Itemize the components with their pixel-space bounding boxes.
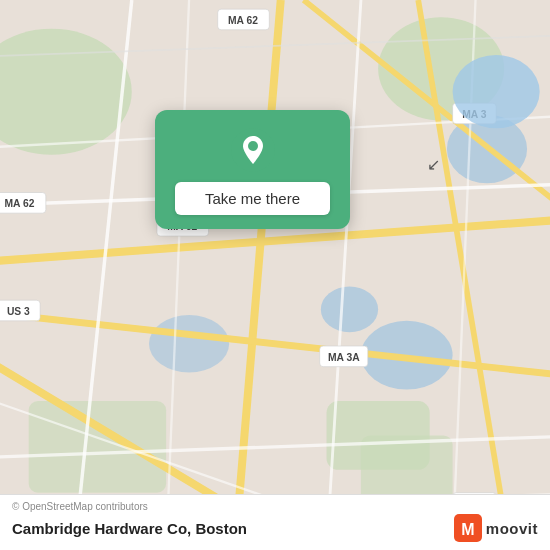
location-card: Take me there: [155, 110, 350, 229]
svg-point-40: [453, 55, 540, 128]
svg-text:MA 62: MA 62: [228, 15, 258, 26]
map-pin-icon: [231, 128, 275, 172]
map-attribution: © OpenStreetMap contributors: [12, 501, 538, 512]
moovit-text: moovit: [486, 520, 538, 537]
place-name: Cambridge Hardware Co, Boston: [12, 520, 247, 537]
svg-text:M: M: [461, 521, 474, 538]
take-me-there-button[interactable]: Take me there: [175, 182, 330, 215]
svg-text:↙: ↙: [427, 155, 440, 173]
bottom-row: Cambridge Hardware Co, Boston M moovit: [12, 514, 538, 542]
moovit-icon: M: [454, 514, 482, 542]
svg-text:MA 3A: MA 3A: [328, 352, 360, 363]
bottom-bar: © OpenStreetMap contributors Cambridge H…: [0, 494, 550, 550]
svg-point-7: [149, 315, 229, 372]
map-container: MA 62 MA 62 MA 62 US 3 MA 3A US 3 MA 3 ↙: [0, 0, 550, 550]
moovit-logo: M moovit: [454, 514, 538, 542]
map-background: MA 62 MA 62 MA 62 US 3 MA 3A US 3 MA 3 ↙: [0, 0, 550, 550]
svg-rect-8: [29, 401, 167, 493]
svg-text:MA 62: MA 62: [5, 198, 35, 209]
svg-point-5: [321, 286, 378, 332]
svg-text:US 3: US 3: [7, 306, 30, 317]
svg-point-43: [248, 141, 258, 151]
